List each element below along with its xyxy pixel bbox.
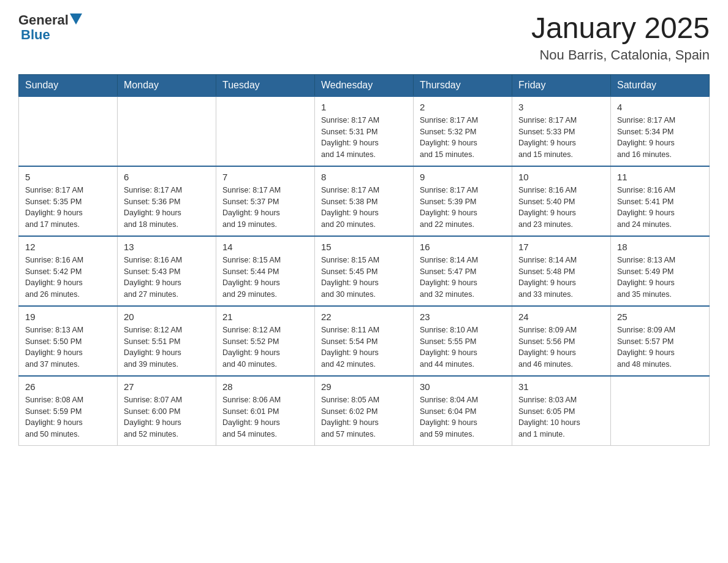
day-number: 2	[420, 102, 506, 112]
day-number: 8	[321, 172, 407, 182]
day-info: Sunrise: 8:17 AM Sunset: 5:33 PM Dayligh…	[518, 115, 604, 161]
calendar-cell: 17Sunrise: 8:14 AM Sunset: 5:48 PM Dayli…	[512, 236, 611, 306]
day-info: Sunrise: 8:06 AM Sunset: 6:01 PM Dayligh…	[222, 394, 308, 440]
day-number: 12	[25, 242, 111, 252]
calendar-cell: 11Sunrise: 8:16 AM Sunset: 5:41 PM Dayli…	[611, 166, 710, 236]
day-info: Sunrise: 8:17 AM Sunset: 5:36 PM Dayligh…	[124, 185, 210, 231]
day-number: 4	[617, 102, 703, 112]
calendar-cell: 3Sunrise: 8:17 AM Sunset: 5:33 PM Daylig…	[512, 96, 611, 166]
day-info: Sunrise: 8:13 AM Sunset: 5:49 PM Dayligh…	[617, 255, 703, 301]
day-number: 19	[25, 312, 111, 322]
calendar-cell: 21Sunrise: 8:12 AM Sunset: 5:52 PM Dayli…	[216, 306, 315, 376]
weekday-header-friday: Friday	[512, 74, 611, 96]
logo-triangle-icon	[70, 13, 82, 25]
day-info: Sunrise: 8:17 AM Sunset: 5:39 PM Dayligh…	[420, 185, 506, 231]
day-number: 21	[222, 312, 308, 322]
day-number: 1	[321, 102, 407, 112]
day-number: 16	[420, 242, 506, 252]
day-info: Sunrise: 8:16 AM Sunset: 5:42 PM Dayligh…	[25, 255, 111, 301]
calendar-cell	[118, 96, 216, 166]
day-info: Sunrise: 8:05 AM Sunset: 6:02 PM Dayligh…	[321, 394, 407, 440]
calendar-cell: 5Sunrise: 8:17 AM Sunset: 5:35 PM Daylig…	[19, 166, 118, 236]
week-row-2: 5Sunrise: 8:17 AM Sunset: 5:35 PM Daylig…	[19, 166, 710, 236]
day-number: 27	[124, 381, 210, 392]
weekday-header-wednesday: Wednesday	[315, 74, 414, 96]
calendar-cell: 26Sunrise: 8:08 AM Sunset: 5:59 PM Dayli…	[19, 376, 118, 446]
calendar-cell: 27Sunrise: 8:07 AM Sunset: 6:00 PM Dayli…	[118, 376, 216, 446]
page-header: General Blue January 2025 Nou Barris, Ca…	[18, 12, 710, 63]
day-info: Sunrise: 8:15 AM Sunset: 5:44 PM Dayligh…	[222, 255, 308, 301]
day-info: Sunrise: 8:12 AM Sunset: 5:51 PM Dayligh…	[124, 324, 210, 370]
day-number: 29	[321, 381, 407, 392]
day-info: Sunrise: 8:14 AM Sunset: 5:48 PM Dayligh…	[518, 255, 604, 301]
weekday-header-sunday: Sunday	[19, 74, 118, 96]
calendar-cell: 1Sunrise: 8:17 AM Sunset: 5:31 PM Daylig…	[315, 96, 414, 166]
day-info: Sunrise: 8:17 AM Sunset: 5:37 PM Dayligh…	[222, 185, 308, 231]
week-row-1: 1Sunrise: 8:17 AM Sunset: 5:31 PM Daylig…	[19, 96, 710, 166]
calendar-cell: 20Sunrise: 8:12 AM Sunset: 5:51 PM Dayli…	[118, 306, 216, 376]
day-info: Sunrise: 8:04 AM Sunset: 6:04 PM Dayligh…	[420, 394, 506, 440]
week-row-3: 12Sunrise: 8:16 AM Sunset: 5:42 PM Dayli…	[19, 236, 710, 306]
calendar-cell: 13Sunrise: 8:16 AM Sunset: 5:43 PM Dayli…	[118, 236, 216, 306]
day-info: Sunrise: 8:16 AM Sunset: 5:43 PM Dayligh…	[124, 255, 210, 301]
day-number: 5	[25, 172, 111, 182]
logo: General Blue	[18, 12, 82, 43]
calendar-cell: 19Sunrise: 8:13 AM Sunset: 5:50 PM Dayli…	[19, 306, 118, 376]
calendar-cell: 15Sunrise: 8:15 AM Sunset: 5:45 PM Dayli…	[315, 236, 414, 306]
calendar-cell: 16Sunrise: 8:14 AM Sunset: 5:47 PM Dayli…	[414, 236, 512, 306]
calendar-cell: 6Sunrise: 8:17 AM Sunset: 5:36 PM Daylig…	[118, 166, 216, 236]
calendar-cell: 31Sunrise: 8:03 AM Sunset: 6:05 PM Dayli…	[512, 376, 611, 446]
location-title: Nou Barris, Catalonia, Spain	[531, 47, 710, 63]
weekday-header-saturday: Saturday	[611, 74, 710, 96]
day-number: 18	[617, 242, 703, 252]
calendar-cell: 8Sunrise: 8:17 AM Sunset: 5:38 PM Daylig…	[315, 166, 414, 236]
day-number: 25	[617, 312, 703, 322]
day-info: Sunrise: 8:11 AM Sunset: 5:54 PM Dayligh…	[321, 324, 407, 370]
day-info: Sunrise: 8:14 AM Sunset: 5:47 PM Dayligh…	[420, 255, 506, 301]
day-number: 30	[420, 381, 506, 392]
day-number: 13	[124, 242, 210, 252]
day-number: 15	[321, 242, 407, 252]
week-row-5: 26Sunrise: 8:08 AM Sunset: 5:59 PM Dayli…	[19, 376, 710, 446]
day-number: 10	[518, 172, 604, 182]
day-info: Sunrise: 8:13 AM Sunset: 5:50 PM Dayligh…	[25, 324, 111, 370]
day-info: Sunrise: 8:16 AM Sunset: 5:40 PM Dayligh…	[518, 185, 604, 231]
calendar-cell	[611, 376, 710, 446]
day-number: 9	[420, 172, 506, 182]
day-number: 17	[518, 242, 604, 252]
calendar-cell: 23Sunrise: 8:10 AM Sunset: 5:55 PM Dayli…	[414, 306, 512, 376]
calendar-cell: 25Sunrise: 8:09 AM Sunset: 5:57 PM Dayli…	[611, 306, 710, 376]
day-info: Sunrise: 8:09 AM Sunset: 5:57 PM Dayligh…	[617, 324, 703, 370]
calendar-cell: 2Sunrise: 8:17 AM Sunset: 5:32 PM Daylig…	[414, 96, 512, 166]
day-info: Sunrise: 8:17 AM Sunset: 5:34 PM Dayligh…	[617, 115, 703, 161]
calendar-cell	[19, 96, 118, 166]
calendar-cell: 24Sunrise: 8:09 AM Sunset: 5:56 PM Dayli…	[512, 306, 611, 376]
day-number: 3	[518, 102, 604, 112]
day-number: 23	[420, 312, 506, 322]
weekday-header-tuesday: Tuesday	[216, 74, 315, 96]
calendar-cell: 28Sunrise: 8:06 AM Sunset: 6:01 PM Dayli…	[216, 376, 315, 446]
calendar-cell: 30Sunrise: 8:04 AM Sunset: 6:04 PM Dayli…	[414, 376, 512, 446]
day-number: 24	[518, 312, 604, 322]
calendar-cell: 18Sunrise: 8:13 AM Sunset: 5:49 PM Dayli…	[611, 236, 710, 306]
day-number: 26	[25, 381, 111, 392]
weekday-header-row: SundayMondayTuesdayWednesdayThursdayFrid…	[19, 74, 710, 96]
calendar-cell: 4Sunrise: 8:17 AM Sunset: 5:34 PM Daylig…	[611, 96, 710, 166]
day-number: 6	[124, 172, 210, 182]
day-info: Sunrise: 8:07 AM Sunset: 6:00 PM Dayligh…	[124, 394, 210, 440]
calendar-cell: 22Sunrise: 8:11 AM Sunset: 5:54 PM Dayli…	[315, 306, 414, 376]
day-info: Sunrise: 8:17 AM Sunset: 5:35 PM Dayligh…	[25, 185, 111, 231]
day-number: 7	[222, 172, 308, 182]
calendar-cell: 10Sunrise: 8:16 AM Sunset: 5:40 PM Dayli…	[512, 166, 611, 236]
day-number: 28	[222, 381, 308, 392]
calendar-cell: 29Sunrise: 8:05 AM Sunset: 6:02 PM Dayli…	[315, 376, 414, 446]
day-info: Sunrise: 8:12 AM Sunset: 5:52 PM Dayligh…	[222, 324, 308, 370]
calendar-cell	[216, 96, 315, 166]
weekday-header-monday: Monday	[118, 74, 216, 96]
calendar-cell: 7Sunrise: 8:17 AM Sunset: 5:37 PM Daylig…	[216, 166, 315, 236]
calendar-cell: 9Sunrise: 8:17 AM Sunset: 5:39 PM Daylig…	[414, 166, 512, 236]
day-number: 11	[617, 172, 703, 182]
day-info: Sunrise: 8:08 AM Sunset: 5:59 PM Dayligh…	[25, 394, 111, 440]
weekday-header-thursday: Thursday	[414, 74, 512, 96]
day-info: Sunrise: 8:17 AM Sunset: 5:32 PM Dayligh…	[420, 115, 506, 161]
